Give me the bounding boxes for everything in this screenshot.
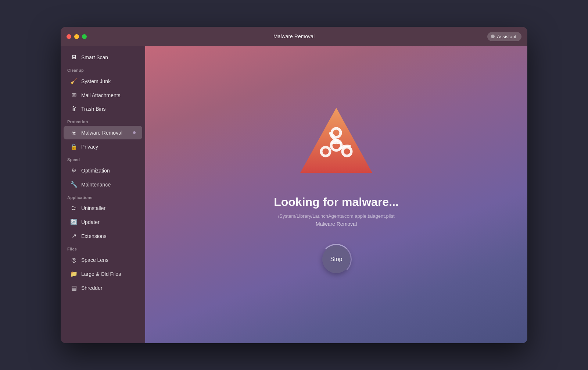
sidebar-item-space-lens[interactable]: ◎ Space Lens bbox=[64, 253, 142, 267]
biohazard-container bbox=[292, 101, 380, 184]
updater-icon: 🔄 bbox=[70, 218, 78, 225]
privacy-icon: 🔒 bbox=[70, 143, 78, 150]
sidebar-label-updater: Updater bbox=[81, 219, 100, 225]
mail-attachments-icon: ✉ bbox=[70, 92, 78, 99]
sidebar-item-label: Smart Scan bbox=[81, 54, 108, 60]
assistant-button[interactable]: Assistant bbox=[487, 32, 521, 41]
sidebar-label-space-lens: Space Lens bbox=[81, 257, 108, 263]
traffic-lights bbox=[67, 34, 87, 39]
sidebar-label-malware-removal: Malware Removal bbox=[81, 130, 122, 136]
sidebar: 🖥 Smart Scan Cleanup 🧹 System Junk ✉ Mai… bbox=[61, 46, 145, 343]
sidebar-item-malware-removal[interactable]: ☣ Malware Removal bbox=[64, 126, 142, 139]
section-speed: Speed bbox=[61, 154, 145, 163]
sidebar-item-trash-bins[interactable]: 🗑 Trash Bins bbox=[64, 102, 142, 115]
stop-button-container: Stop bbox=[322, 245, 350, 273]
space-lens-icon: ◎ bbox=[70, 256, 78, 263]
sidebar-label-shredder: Shredder bbox=[81, 285, 103, 291]
section-files: Files bbox=[61, 243, 145, 253]
sidebar-label-uninstaller: Uninstaller bbox=[81, 205, 105, 211]
sidebar-item-system-junk[interactable]: 🧹 System Junk bbox=[64, 74, 142, 88]
optimization-icon: ⚙ bbox=[70, 167, 78, 174]
active-indicator bbox=[133, 131, 136, 134]
biohazard-image bbox=[292, 101, 380, 182]
window-title: Malware Removal bbox=[273, 33, 315, 39]
app-window: Malware Removal Assistant 🖥 Smart Scan C… bbox=[61, 27, 527, 343]
sidebar-label-maintenance: Maintenance bbox=[81, 182, 111, 188]
extensions-icon: ↗ bbox=[70, 232, 78, 239]
progress-ring bbox=[321, 244, 352, 275]
assistant-dot-icon bbox=[491, 35, 495, 38]
system-junk-icon: 🧹 bbox=[70, 78, 78, 85]
trash-bins-icon: 🗑 bbox=[70, 106, 78, 112]
minimize-button[interactable] bbox=[74, 34, 79, 39]
status-subtitle: Malware Removal bbox=[316, 221, 357, 227]
sidebar-label-large-old-files: Large & Old Files bbox=[81, 271, 121, 277]
section-protection: Protection bbox=[61, 116, 145, 125]
main-content: Looking for malware... /System/Library/L… bbox=[145, 46, 527, 343]
sidebar-item-mail-attachments[interactable]: ✉ Mail Attachments bbox=[64, 88, 142, 102]
sidebar-label-extensions: Extensions bbox=[81, 233, 106, 239]
status-title: Looking for malware... bbox=[274, 195, 399, 209]
assistant-label: Assistant bbox=[497, 34, 516, 39]
sidebar-label-system-junk: System Junk bbox=[81, 78, 111, 84]
malware-removal-icon: ☣ bbox=[70, 129, 78, 136]
sidebar-label-optimization: Optimization bbox=[81, 168, 110, 174]
sidebar-item-extensions[interactable]: ↗ Extensions bbox=[64, 229, 142, 243]
sidebar-item-shredder[interactable]: ▤ Shredder bbox=[64, 281, 142, 295]
sidebar-item-smart-scan[interactable]: 🖥 Smart Scan bbox=[64, 51, 142, 64]
close-button[interactable] bbox=[67, 34, 71, 39]
sidebar-label-mail-attachments: Mail Attachments bbox=[81, 92, 121, 98]
titlebar: Malware Removal Assistant bbox=[61, 27, 527, 46]
sidebar-item-updater[interactable]: 🔄 Updater bbox=[64, 215, 142, 229]
sidebar-item-large-old-files[interactable]: 📁 Large & Old Files bbox=[64, 267, 142, 281]
smart-scan-icon: 🖥 bbox=[70, 54, 78, 61]
large-old-files-icon: 📁 bbox=[70, 270, 78, 277]
sidebar-item-uninstaller[interactable]: 🗂 Uninstaller bbox=[64, 202, 142, 215]
sidebar-item-maintenance[interactable]: 🔧 Maintenance bbox=[64, 178, 142, 191]
maintenance-icon: 🔧 bbox=[70, 181, 78, 188]
sidebar-item-privacy[interactable]: 🔒 Privacy bbox=[64, 140, 142, 153]
shredder-icon: ▤ bbox=[70, 284, 78, 291]
maximize-button[interactable] bbox=[82, 34, 87, 39]
sidebar-item-optimization[interactable]: ⚙ Optimization bbox=[64, 164, 142, 177]
section-cleanup: Cleanup bbox=[61, 64, 145, 74]
status-path: /System/Library/LaunchAgents/com.apple.t… bbox=[278, 213, 394, 219]
sidebar-label-trash-bins: Trash Bins bbox=[81, 106, 105, 112]
uninstaller-icon: 🗂 bbox=[70, 205, 78, 211]
section-applications: Applications bbox=[61, 192, 145, 201]
app-content: 🖥 Smart Scan Cleanup 🧹 System Junk ✉ Mai… bbox=[61, 46, 527, 343]
sidebar-label-privacy: Privacy bbox=[81, 144, 98, 150]
